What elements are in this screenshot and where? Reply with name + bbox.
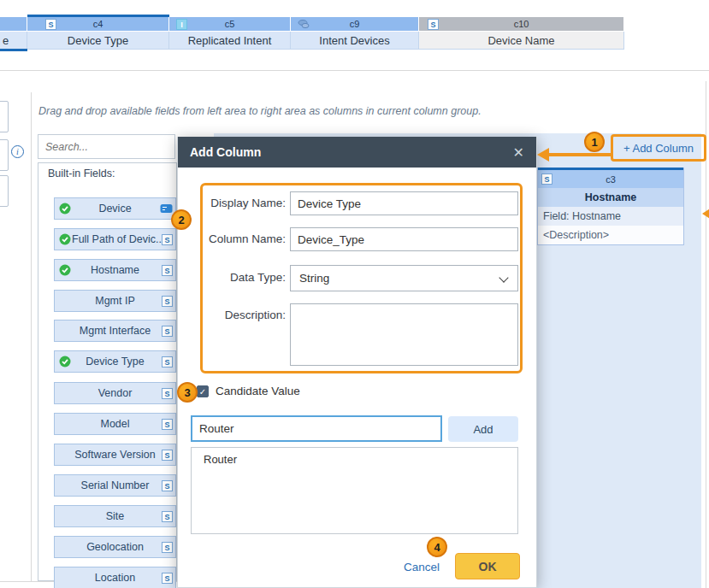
candidate-value-list[interactable]: Router	[191, 447, 518, 534]
column-header-partial[interactable]: e	[0, 15, 27, 50]
left-divider	[31, 92, 32, 581]
selected-column-underline	[0, 49, 27, 51]
column-code: c4	[93, 19, 103, 29]
string-type-icon: S	[541, 173, 552, 185]
candidate-list-item[interactable]: Router	[192, 448, 517, 466]
column-code-row	[0, 17, 27, 32]
card-description: <Description>	[538, 226, 683, 244]
column-header-c10[interactable]: Sc10Device Name	[419, 15, 624, 50]
edge-widget[interactable]	[0, 175, 9, 207]
field-chip-geolocation[interactable]: GeolocationS	[54, 536, 176, 558]
field-chip-label: Site	[106, 510, 125, 522]
column-label: Device Type	[27, 32, 169, 50]
data-type-select[interactable]: String	[290, 265, 518, 291]
column-code: c9	[350, 19, 360, 29]
description-label: Description:	[186, 309, 286, 321]
field-chip-location[interactable]: LocationS	[54, 567, 176, 588]
string-type-icon: S	[162, 388, 173, 399]
field-chip-vendor[interactable]: VendorS	[54, 382, 176, 404]
candidate-value-input[interactable]	[191, 415, 442, 442]
field-chip-full-path-of-devic-[interactable]: Full Path of Devic...S	[54, 228, 176, 250]
annotation-badge-1: 1	[584, 132, 605, 152]
field-chip-label: Device Type	[86, 356, 145, 368]
field-chip-label: Model	[100, 418, 129, 430]
divider	[0, 70, 709, 71]
annotation-badge-4: 4	[427, 537, 447, 557]
intent-type-icon: I	[176, 19, 187, 30]
column-label: e	[0, 32, 27, 50]
string-type-icon: S	[162, 419, 173, 430]
string-type-icon: S	[162, 542, 173, 553]
device-field-icon	[160, 203, 173, 214]
candidate-value-checkbox[interactable]: ✓	[197, 385, 209, 397]
display-name-field[interactable]	[290, 191, 518, 215]
column-header-c4[interactable]: Sc4Device Type	[27, 15, 169, 50]
checked-icon	[59, 264, 71, 276]
card-code-row: S c3	[538, 170, 683, 188]
annotation-badge-3: 3	[177, 382, 198, 403]
string-type-icon: S	[162, 265, 173, 276]
field-chip-hostname[interactable]: HostnameS	[54, 259, 176, 281]
checked-icon	[59, 233, 71, 245]
string-type-icon: S	[162, 573, 173, 584]
field-chip-mgmt-interface[interactable]: Mgmt InterfaceS	[54, 320, 176, 342]
edge-widget[interactable]	[0, 101, 9, 132]
card-field: Field: Hostname	[538, 207, 683, 226]
data-type-value: String	[299, 272, 329, 285]
chevron-down-icon	[499, 273, 508, 282]
add-column-button[interactable]: + Add Column	[623, 142, 694, 155]
field-chip-device-type[interactable]: Device TypeS	[54, 350, 176, 373]
field-chip-label: Serial Number	[81, 479, 150, 491]
annotation-badge-2: 2	[171, 209, 192, 230]
field-chip-label: Hostname	[91, 264, 139, 276]
field-chip-label: Geolocation	[86, 541, 144, 553]
field-chip-label: Location	[95, 572, 135, 584]
annotation-arrow-head	[537, 148, 549, 162]
description-field[interactable]	[290, 303, 518, 366]
column-group-header: eSc4Device TypeIc5Replicated Intentc9Int…	[0, 15, 624, 50]
edge-widget[interactable]	[0, 139, 9, 171]
string-type-icon: S	[162, 326, 173, 337]
dialog-header[interactable]: Add Column ✕	[178, 137, 536, 168]
column-code-row: c9	[291, 17, 419, 32]
search-input[interactable]	[38, 134, 175, 159]
display-name-label: Display Name:	[186, 197, 286, 209]
intent-devices-icon	[298, 19, 310, 29]
field-chip-label: Software Version	[74, 449, 156, 461]
column-code-row: Sc4	[27, 17, 169, 32]
close-icon[interactable]: ✕	[513, 144, 524, 161]
field-chip-device[interactable]: Device	[54, 197, 176, 220]
add-column-dialog: Add Column ✕ Display Name: Column Name: …	[177, 137, 537, 588]
string-type-icon: S	[162, 234, 173, 245]
ok-button[interactable]: OK	[455, 553, 520, 579]
add-candidate-button[interactable]: Add	[448, 416, 518, 442]
column-card-c3[interactable]: S c3 Hostname Field: Hostname <Descripti…	[537, 168, 684, 245]
card-code: c3	[606, 174, 616, 185]
cancel-button[interactable]: Cancel	[404, 561, 440, 573]
candidate-value-label: Candidate Value	[216, 385, 300, 397]
annotation-arrow-shaft	[547, 153, 612, 156]
string-type-icon: S	[162, 450, 173, 461]
field-chip-site[interactable]: SiteS	[54, 505, 176, 527]
column-code-row: Sc10	[419, 17, 624, 32]
add-column-highlight-box: + Add Column	[611, 134, 706, 162]
column-name-label: Column Name:	[186, 232, 286, 245]
column-header-c9[interactable]: c9Intent Devices	[291, 15, 419, 50]
column-label: Replicated Intent	[169, 32, 291, 50]
field-chip-software-version[interactable]: Software VersionS	[54, 444, 176, 466]
field-chip-model[interactable]: ModelS	[54, 413, 176, 435]
field-chip-label: Full Path of Devic...	[72, 233, 164, 245]
column-code: c5	[225, 19, 235, 29]
info-icon[interactable]: i	[11, 145, 24, 158]
column-header-c5[interactable]: Ic5Replicated Intent	[169, 15, 291, 50]
drag-drop-instruction: Drag and drop available fields from left…	[38, 105, 482, 117]
field-chip-serial-number[interactable]: Serial NumberS	[54, 474, 176, 497]
field-chip-label: Mgmt IP	[95, 295, 135, 307]
field-chip-label: Device	[98, 203, 131, 215]
string-type-icon: S	[162, 356, 173, 368]
column-name-field[interactable]	[290, 227, 518, 251]
field-chip-mgmt-ip[interactable]: Mgmt IPS	[54, 290, 176, 312]
page: eSc4Device TypeIc5Replicated Intentc9Int…	[0, 0, 709, 588]
builtin-fields-label: Built-in Fields:	[48, 168, 115, 179]
column-label: Intent Devices	[291, 32, 419, 50]
